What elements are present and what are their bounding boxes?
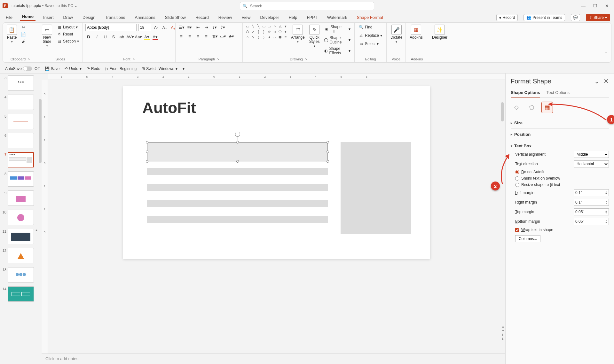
thumbnail-scrollbar[interactable] [39, 99, 42, 163]
thumbnail-8[interactable] [8, 171, 34, 187]
prev-slide-icon[interactable]: ⬆ [501, 333, 505, 337]
replace-button[interactable]: ⇄Replace ▾ [357, 32, 383, 39]
tab-view[interactable]: View [240, 14, 252, 21]
clipboard-dialog-icon[interactable]: ↘ [28, 57, 30, 61]
search-box[interactable]: 🔍 [240, 2, 374, 10]
size-section-header[interactable]: ▸Size [511, 119, 609, 127]
qat-customize-icon[interactable]: ▾ [181, 66, 186, 72]
bold-button[interactable]: B [85, 34, 92, 40]
position-section-header[interactable]: ▸Position [511, 131, 609, 138]
copy-button[interactable]: 📄 [20, 31, 27, 37]
thumbnail-10[interactable] [8, 210, 34, 225]
collapse-ribbon-icon[interactable]: ⌄ [604, 49, 608, 54]
image-placeholder[interactable] [341, 142, 411, 234]
align-text-button[interactable]: ▭▾ [220, 33, 226, 39]
fill-line-icon[interactable]: ◇ [511, 102, 522, 113]
new-slide-button[interactable]: ▭New Slide▾ [41, 24, 53, 48]
tab-slideshow[interactable]: Slide Show [163, 14, 188, 21]
notes-pane[interactable]: Click to add notes [42, 353, 505, 364]
present-teams-button[interactable]: 👥 Present in Teams [523, 14, 565, 21]
reset-button[interactable]: ↺Reset [55, 31, 80, 37]
resize-handle[interactable] [236, 160, 239, 163]
autofit-shrink-radio[interactable]: Shrink text on overflow [511, 175, 609, 182]
slide-thumbnails[interactable]: 35 ≥ 3 4 5 6 7AutoFit 8 9 10 11★ 12 13 1… [0, 74, 42, 364]
shadow-button[interactable]: ab [119, 34, 125, 40]
smartart-button[interactable]: ⬘▾ [228, 33, 234, 39]
tab-help[interactable]: Help [287, 14, 299, 21]
slide-canvas[interactable]: AutoFit [123, 86, 430, 259]
strike-button[interactable]: S [110, 34, 117, 40]
thumbnail-14[interactable] [8, 286, 34, 302]
search-input[interactable] [250, 4, 371, 8]
line-spacing-button[interactable]: ↕▾ [211, 24, 218, 30]
columns-button[interactable]: Columns... [515, 235, 540, 242]
tab-insert[interactable]: Insert [41, 14, 56, 21]
tab-transitions[interactable]: Transitions [103, 14, 127, 21]
content-placeholder[interactable] [147, 200, 328, 207]
drawing-dialog-icon[interactable]: ↘ [305, 57, 307, 61]
find-button[interactable]: 🔍Find [357, 24, 374, 30]
quick-styles-button[interactable]: ✎Quick Styles▾ [308, 24, 321, 48]
thumbnail-4[interactable] [8, 95, 34, 110]
comments-button[interactable]: 💬 [571, 14, 580, 21]
tab-file[interactable]: File [4, 14, 14, 21]
textbox-section-header[interactable]: ▾Text Box [511, 142, 609, 150]
format-painter-button[interactable]: 🖌 [20, 38, 27, 44]
tab-developer[interactable]: Developer [258, 14, 281, 21]
cut-button[interactable]: ✂ [20, 24, 27, 30]
scroll-up-icon[interactable]: ▲ [501, 325, 505, 328]
tdir-select[interactable]: Horizontal [574, 160, 609, 167]
next-slide-icon[interactable]: ⬇ [501, 337, 505, 341]
content-placeholder[interactable] [147, 168, 328, 175]
tab-review[interactable]: Review [216, 14, 234, 21]
resize-handle[interactable] [327, 141, 329, 143]
thumbnail-13[interactable] [8, 267, 34, 283]
section-button[interactable]: ▤Section ▾ [55, 38, 80, 44]
italic-button[interactable]: I [94, 34, 100, 40]
valign-select[interactable]: Middle [574, 151, 609, 158]
resize-handle[interactable] [327, 160, 329, 163]
selected-textbox[interactable] [147, 142, 328, 161]
wrap-text-checkbox[interactable]: Wrap text in shape [511, 226, 609, 233]
align-center-button[interactable]: ≡ [186, 33, 193, 39]
dictate-button[interactable]: 🎤Dictate▾ [389, 24, 404, 44]
autofit-none-radio[interactable]: Do not Autofit [511, 169, 609, 175]
content-placeholder[interactable] [147, 184, 328, 191]
thumbnail-12[interactable] [8, 248, 34, 263]
indent-button[interactable]: ⇥ [203, 24, 209, 30]
shapes-gallery[interactable]: ▭╲╲▭▭○△▾ ⬡↗{}☆◇⬠▾ ○↘()★▱⬢≡ [245, 24, 288, 39]
thumbnail-9[interactable] [8, 190, 34, 206]
shape-effects-button[interactable]: ◐Shape Effects ▾ [323, 46, 352, 56]
paragraph-dialog-icon[interactable]: ↘ [217, 57, 219, 61]
slide-title[interactable]: AutoFit [142, 99, 411, 117]
editor-scrollbar[interactable] [500, 86, 505, 246]
addins-button[interactable]: ▦Add-ins [408, 24, 424, 40]
undo-button[interactable]: ↶ Undo ▾ [63, 66, 83, 72]
size-properties-icon[interactable]: ▦ [541, 102, 553, 113]
title-chevron-icon[interactable]: ⌄ [75, 4, 77, 8]
shape-outline-button[interactable]: ◯Shape Outline ▾ [323, 35, 352, 45]
redo-button[interactable]: ↷ Redo [85, 66, 102, 72]
resize-handle[interactable] [146, 160, 148, 163]
highlight-button[interactable]: A▾ [144, 34, 150, 40]
font-color-button[interactable]: A▾ [152, 34, 158, 40]
font-dialog-icon[interactable]: ↘ [132, 57, 135, 61]
underline-button[interactable]: U [102, 34, 108, 40]
tab-fppt[interactable]: FPPT [305, 14, 319, 21]
tab-shape-format[interactable]: Shape Format [355, 14, 385, 21]
pane-options-icon[interactable]: ⌄ [594, 77, 600, 85]
autofit-resize-radio[interactable]: Resize shape to fit text [511, 182, 609, 188]
switch-windows-button[interactable]: ⊞ Switch Windows ▾ [140, 66, 178, 72]
resize-handle[interactable] [236, 141, 239, 143]
autosave-toggle[interactable]: AutoSave Off [4, 66, 41, 72]
close-button[interactable]: ✕ [605, 3, 609, 8]
thumbnail-11[interactable] [8, 229, 34, 244]
layout-button[interactable]: ▦Layout ▾ [55, 24, 80, 30]
shape-fill-button[interactable]: ◉Shape Fill ▾ [323, 24, 352, 34]
increase-font-icon[interactable]: A↑ [153, 24, 160, 31]
shape-options-tab[interactable]: Shape Options [511, 89, 540, 97]
scroll-down-icon[interactable]: ▼ [501, 329, 505, 332]
text-options-tab[interactable]: Text Options [547, 89, 570, 97]
spacing-button[interactable]: AV▾ [127, 34, 133, 40]
thumbnail-5[interactable] [8, 114, 34, 129]
